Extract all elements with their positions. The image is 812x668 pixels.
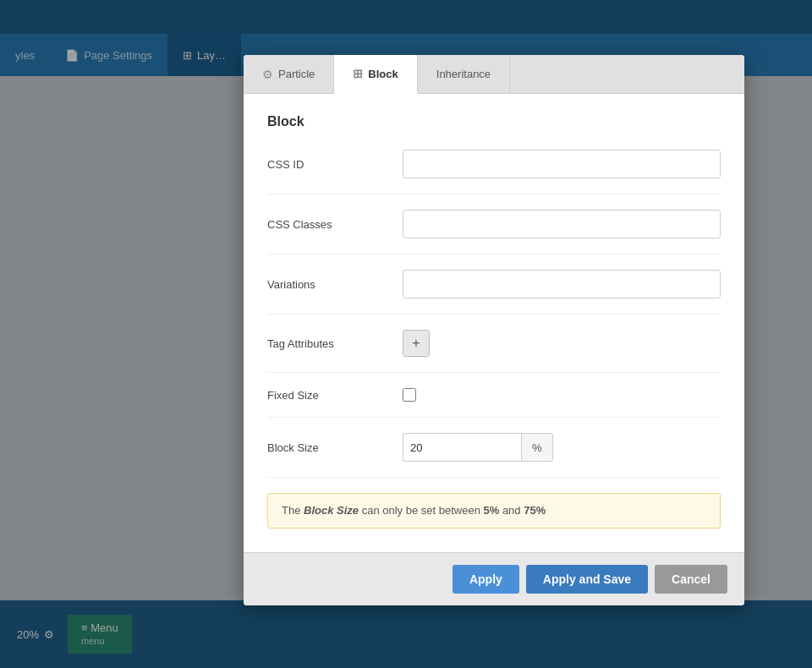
tab-block-label: Block	[368, 68, 398, 80]
tab-particle-label: Particle	[278, 68, 315, 80]
tab-block[interactable]: ⊞ Block	[334, 55, 417, 94]
block-size-label: Block Size	[267, 441, 403, 454]
css-classes-label: CSS Classes	[267, 218, 403, 231]
cancel-button[interactable]: Cancel	[655, 565, 727, 594]
tab-inheritance[interactable]: Inheritance	[418, 55, 510, 93]
block-size-row: Block Size %	[267, 433, 721, 478]
block-size-input[interactable]	[403, 433, 521, 462]
variations-label: Variations	[267, 278, 403, 291]
plus-icon: +	[412, 336, 420, 351]
apply-button[interactable]: Apply	[453, 565, 519, 594]
fixed-size-row: Fixed Size	[267, 388, 721, 418]
block-size-wrapper: %	[403, 433, 553, 462]
fixed-size-label: Fixed Size	[267, 389, 403, 402]
hint-middle: can only be set between	[359, 504, 483, 517]
css-id-row: CSS ID	[267, 150, 721, 194]
tab-particle[interactable]: ⚙ Particle	[244, 55, 334, 93]
modal-footer: Apply Apply and Save Cancel	[244, 552, 744, 605]
tag-attributes-label: Tag Attributes	[267, 337, 403, 350]
css-id-label: CSS ID	[267, 158, 403, 171]
css-id-input[interactable]	[403, 150, 721, 178]
hint-max: 75%	[524, 504, 546, 517]
css-classes-row: CSS Classes	[267, 210, 721, 255]
css-classes-input[interactable]	[403, 210, 721, 238]
particle-tab-icon: ⚙	[262, 68, 273, 81]
tab-inheritance-label: Inheritance	[436, 68, 491, 80]
block-settings-modal: ⚙ Particle ⊞ Block Inheritance Block CSS…	[244, 55, 744, 605]
section-title: Block	[267, 114, 721, 129]
modal-body: Block CSS ID CSS Classes Variations Tag …	[244, 94, 744, 552]
block-size-unit: %	[521, 433, 553, 462]
tag-add-button[interactable]: +	[403, 330, 430, 357]
block-tab-icon: ⊞	[353, 67, 363, 80]
modal-tabs: ⚙ Particle ⊞ Block Inheritance	[244, 55, 744, 94]
hint-italic-label: Block Size	[304, 504, 359, 517]
fixed-size-checkbox[interactable]	[403, 388, 416, 402]
hint-and: and	[499, 504, 524, 517]
variations-input[interactable]	[403, 270, 721, 298]
hint-box: The Block Size can only be set between 5…	[267, 493, 721, 528]
hint-min: 5%	[483, 504, 499, 517]
hint-prefix: The	[282, 504, 304, 517]
variations-row: Variations	[267, 270, 721, 315]
apply-save-button[interactable]: Apply and Save	[526, 565, 648, 594]
tag-attributes-row: Tag Attributes +	[267, 330, 721, 373]
